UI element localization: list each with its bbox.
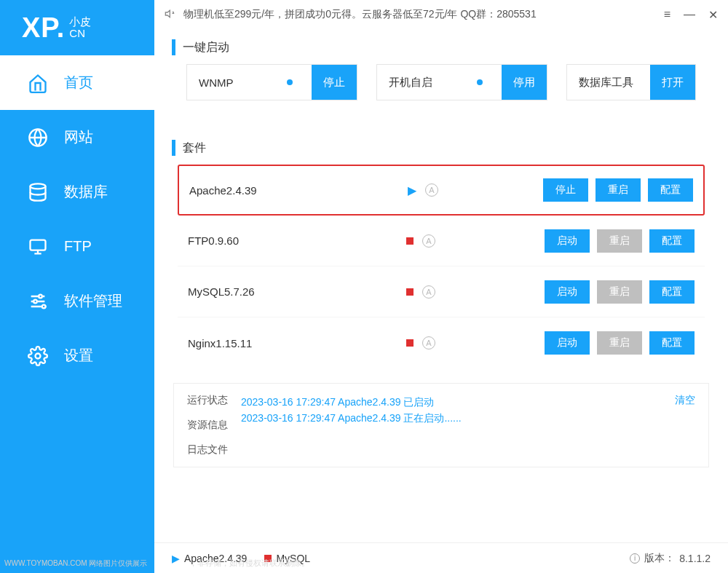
nav-software[interactable]: 软件管理 [0, 274, 154, 328]
status-dot-icon [287, 79, 293, 85]
suite-name: FTP0.9.60 [188, 234, 406, 247]
svg-point-1 [31, 183, 46, 189]
wnmp-card: WNMP 停止 [186, 64, 357, 100]
nav-settings[interactable]: 设置 [0, 328, 154, 383]
log-line: 2023-03-16 17:29:47 Apache2.4.39 正在启动...… [241, 410, 662, 426]
section-title: 一键启动 [183, 40, 229, 55]
stop-icon [406, 339, 414, 347]
nav-home[interactable]: 首页 [0, 55, 154, 110]
watermark: WWW.TOYMOBAN.COM 网络图片仅供展示 [4, 558, 147, 569]
title-bar [172, 140, 175, 156]
status-dot-icon [477, 79, 483, 85]
start-button[interactable]: 启动 [545, 280, 590, 304]
nav-website[interactable]: 网站 [0, 110, 154, 165]
wnmp-stop-button[interactable]: 停止 [312, 65, 357, 100]
nav-label: FTP [64, 238, 92, 255]
suite-row-mysql: MySQL5.7.26 A 启动 重启 配置 [178, 266, 705, 317]
auto-icon: A [422, 336, 435, 349]
log-tab-file[interactable]: 日志文件 [187, 443, 228, 457]
nav-label: 网站 [64, 127, 93, 147]
log-panel: 运行状态 资源信息 日志文件 2023-03-16 17:29:47 Apach… [173, 383, 709, 467]
auto-icon: A [425, 183, 438, 197]
nav-ftp[interactable]: FTP [0, 219, 154, 274]
log-tab-resource[interactable]: 资源信息 [187, 419, 228, 432]
version-info: i 版本： 8.1.1.2 [630, 552, 711, 565]
speaker-icon [165, 8, 176, 22]
suite-name: Apache2.4.39 [189, 184, 408, 197]
copyright-note: ，非存储，如有侵权请联系删除。 [189, 558, 309, 569]
restart-button[interactable]: 重启 [597, 280, 642, 304]
section-title: 套件 [183, 141, 206, 156]
log-content: 2023-03-16 17:29:47 Apache2.4.39 已启动 202… [241, 394, 662, 457]
suite-name: MySQL5.7.26 [188, 285, 406, 298]
info-icon: i [630, 553, 640, 564]
svg-point-3 [39, 294, 42, 298]
minimize-icon[interactable]: — [684, 8, 695, 22]
start-button[interactable]: 启动 [545, 229, 590, 253]
home-icon [28, 73, 48, 93]
sliders-icon [28, 291, 48, 312]
config-button[interactable]: 配置 [649, 331, 695, 355]
config-button[interactable]: 配置 [648, 178, 693, 202]
title-bar [172, 39, 175, 55]
globe-icon [28, 127, 48, 148]
autostart-label: 开机自启 [389, 76, 432, 90]
nav-label: 首页 [64, 73, 93, 92]
start-button[interactable]: 启动 [545, 331, 590, 355]
stop-icon [406, 237, 414, 245]
restart-button[interactable]: 重启 [596, 178, 641, 202]
sidebar: XP. 小皮 CN 首页 网站 数据库 [0, 0, 154, 573]
nav-label: 数据库 [64, 182, 108, 202]
play-icon: ▶ [172, 553, 180, 564]
nav-database[interactable]: 数据库 [0, 165, 154, 219]
suite-name: Nginx1.15.11 [188, 337, 406, 349]
suite-row-ftp: FTP0.9.60 A 启动 重启 配置 [178, 216, 705, 266]
announcement: 物理机低至299元/年，拼团成功0元得。云服务器低至72元/年 QQ群：2805… [183, 8, 657, 21]
restart-button[interactable]: 重启 [597, 229, 642, 253]
log-tab-status[interactable]: 运行状态 [187, 394, 228, 407]
nav-label: 设置 [64, 346, 93, 365]
config-button[interactable]: 配置 [649, 280, 695, 304]
suite-panel: 套件 Apache2.4.39 ▶ A 停止 重启 配置 [172, 130, 711, 368]
main: 物理机低至299元/年，拼团成功0元得。云服务器低至72元/年 QQ群：2805… [154, 0, 728, 573]
database-icon [28, 182, 48, 202]
ftp-icon [28, 237, 48, 257]
svg-point-6 [36, 353, 41, 358]
logo-main: XP. [22, 12, 65, 44]
auto-icon: A [422, 285, 435, 299]
dbtools-card: 数据库工具 打开 [566, 64, 696, 100]
autostart-disable-button[interactable]: 停用 [502, 65, 547, 100]
dbtools-label: 数据库工具 [579, 76, 633, 90]
stop-icon [406, 288, 414, 296]
autostart-card: 开机自启 停用 [376, 64, 547, 100]
restart-button[interactable]: 重启 [597, 331, 642, 355]
wnmp-label: WNMP [199, 76, 234, 89]
dbtools-open-button[interactable]: 打开 [650, 65, 695, 100]
svg-rect-2 [31, 240, 46, 250]
suite-row-nginx: Nginx1.15.11 A 启动 重启 配置 [178, 317, 705, 368]
play-icon: ▶ [408, 183, 416, 197]
gear-icon [28, 346, 48, 366]
svg-point-5 [42, 304, 46, 308]
menu-icon[interactable]: ≡ [664, 8, 670, 22]
svg-point-4 [33, 299, 37, 303]
log-line: 2023-03-16 17:29:47 Apache2.4.39 已启动 [241, 394, 662, 410]
quickstart-panel: 一键启动 WNMP 停止 开机自启 [172, 29, 711, 115]
stop-button[interactable]: 停止 [543, 178, 588, 202]
logo: XP. 小皮 CN [0, 0, 154, 55]
auto-icon: A [422, 234, 435, 248]
clear-button[interactable]: 清空 [675, 394, 695, 457]
nav-label: 软件管理 [64, 291, 122, 311]
close-icon[interactable]: ✕ [708, 8, 718, 22]
logo-sub: 小皮 CN [69, 16, 91, 40]
suite-row-apache: Apache2.4.39 ▶ A 停止 重启 配置 [178, 165, 705, 216]
config-button[interactable]: 配置 [649, 229, 695, 253]
topbar: 物理机低至299元/年，拼团成功0元得。云服务器低至72元/年 QQ群：2805… [154, 0, 728, 29]
